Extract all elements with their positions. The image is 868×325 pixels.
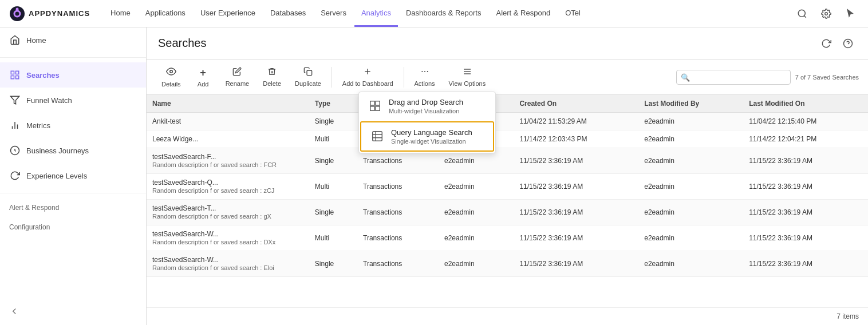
cell-modified-on: 11/15/22 3:36:19 AM: [743, 174, 868, 200]
searches-table: Name Type Data Source Created By Created…: [147, 95, 868, 277]
search-icon: 🔍: [681, 73, 690, 81]
drag-drop-icon: [367, 98, 383, 114]
table-row[interactable]: testSavedSearch-T...Random description f…: [147, 200, 868, 225]
sidebar-item-experience-levels[interactable]: Experience Levels: [0, 163, 146, 188]
table-row[interactable]: Ankit-test Single Transactions e2eadmin …: [147, 113, 868, 130]
metrics-icon: [9, 120, 21, 131]
table-header: Name Type Data Source Created By Created…: [147, 95, 868, 113]
sidebar-home-label: Home: [26, 36, 46, 45]
sidebar-item-searches[interactable]: Searches: [0, 62, 146, 88]
table-row[interactable]: testSavedSearch-Q...Random description f…: [147, 174, 868, 200]
svg-rect-6: [11, 71, 14, 74]
cell-type: Multi: [309, 174, 357, 200]
col-created-on: Created On: [514, 95, 638, 113]
rename-button[interactable]: Rename: [220, 65, 255, 89]
sidebar-divider-1: [0, 57, 146, 58]
drag-drop-search-option[interactable]: Drag and Drop Search Multi-widget Visual…: [359, 92, 495, 120]
searches-icon: [9, 69, 21, 81]
sidebar-alert-respond: Alert & Respond: [0, 198, 146, 217]
sidebar-metrics-label: Metrics: [26, 121, 50, 130]
svg-marker-10: [11, 96, 19, 104]
cell-modified-by: e2eadmin: [638, 148, 743, 174]
page-title: Searches: [158, 37, 207, 50]
toolbar-separator-2: [404, 67, 404, 88]
cell-created-by: e2eadmin: [439, 225, 514, 251]
settings-icon[interactable]: [818, 5, 835, 22]
nav-otel[interactable]: OTel: [558, 1, 587, 27]
sidebar-experience-label: Experience Levels: [26, 172, 87, 180]
cell-modified-by: e2eadmin: [638, 200, 743, 225]
nav-analytics[interactable]: Analytics: [354, 1, 398, 27]
home-icon: [9, 34, 21, 46]
cell-modified-by: e2eadmin: [638, 174, 743, 200]
actions-button[interactable]: Actions: [409, 65, 441, 89]
global-search-icon[interactable]: [794, 5, 811, 22]
table-row[interactable]: testSavedSearch-W...Random description f…: [147, 251, 868, 277]
query-search-icon: [369, 128, 385, 144]
cell-modified-by: e2eadmin: [638, 130, 743, 148]
help-icon[interactable]: [839, 35, 857, 52]
cell-modified-by: e2eadmin: [638, 251, 743, 277]
nav-applications[interactable]: Applications: [139, 1, 192, 27]
nav-dashboards[interactable]: Dashboards & Reports: [399, 1, 488, 27]
sidebar-configuration: Configuration: [0, 217, 146, 237]
nav-databases[interactable]: Databases: [263, 1, 313, 27]
cell-data-source: Transactions: [357, 200, 439, 225]
svg-point-2: [16, 7, 19, 10]
cell-name: testSavedSearch-W...Random description f…: [147, 251, 309, 277]
svg-rect-8: [11, 76, 14, 79]
toolbar-search-wrap: 🔍 7 of 7 Saved Searches: [676, 70, 859, 85]
svg-rect-28: [376, 101, 380, 105]
item-count: 7 items: [837, 312, 859, 320]
table-row[interactable]: testSavedSearch-F...Random description f…: [147, 148, 868, 174]
details-button[interactable]: Details: [156, 64, 187, 90]
query-text: Query Language Search Single-widget Visu…: [391, 128, 472, 145]
drag-drop-text: Drag and Drop Search Multi-widget Visual…: [389, 98, 463, 114]
experience-icon: [9, 170, 21, 181]
rename-icon: [232, 67, 242, 78]
view-options-button[interactable]: View Options: [443, 65, 492, 89]
drag-drop-title: Drag and Drop Search: [389, 98, 463, 106]
cell-type: Multi: [309, 225, 357, 251]
delete-button[interactable]: Delete: [257, 65, 287, 89]
rename-label: Rename: [226, 80, 250, 87]
logo: APPDYNAMICS: [9, 6, 90, 22]
nav-user-experience[interactable]: User Experience: [194, 1, 262, 27]
cell-modified-on: 11/15/22 3:36:19 AM: [743, 225, 868, 251]
sidebar-item-home[interactable]: Home: [0, 27, 146, 53]
cell-name: testSavedSearch-W...Random description f…: [147, 225, 309, 251]
cell-modified-by: e2eadmin: [638, 113, 743, 130]
svg-point-5: [825, 12, 828, 15]
refresh-icon[interactable]: [818, 35, 835, 52]
cell-created-on: 11/15/22 3:36:19 AM: [514, 225, 638, 251]
col-modified-by: Last Modified By: [638, 95, 743, 113]
sidebar-footer[interactable]: [0, 299, 146, 325]
table-body: Ankit-test Single Transactions e2eadmin …: [147, 113, 868, 277]
add-icon: +: [200, 67, 206, 79]
delete-icon: [267, 67, 277, 78]
view-options-icon: [463, 67, 472, 78]
table-search-input[interactable]: [676, 70, 791, 85]
cell-created-by: e2eadmin: [439, 174, 514, 200]
sidebar-item-business-journeys[interactable]: Business Journeys: [0, 138, 146, 163]
sidebar-item-funnel-watch[interactable]: Funnel Watch: [0, 88, 146, 113]
svg-point-21: [421, 71, 423, 72]
nav-servers[interactable]: Servers: [314, 1, 353, 27]
cell-created-on: 11/15/22 3:36:19 AM: [514, 251, 638, 277]
cell-name: testSavedSearch-Q...Random description f…: [147, 174, 309, 200]
sidebar-funnel-label: Funnel Watch: [26, 96, 72, 105]
cell-modified-by: e2eadmin: [638, 225, 743, 251]
nav-alert-respond[interactable]: Alert & Respond: [489, 1, 557, 27]
cell-name: testSavedSearch-T...Random description f…: [147, 200, 309, 225]
toolbar-separator-1: [332, 67, 332, 88]
add-to-dashboard-button[interactable]: Add to Dashboard: [337, 65, 399, 89]
table-row[interactable]: Leeza Widge... Multi Transactions e2eadm…: [147, 130, 868, 148]
table-row[interactable]: testSavedSearch-W...Random description f…: [147, 225, 868, 251]
duplicate-button[interactable]: Duplicate: [289, 65, 327, 89]
view-options-label: View Options: [449, 80, 486, 87]
nav-home[interactable]: Home: [104, 1, 137, 27]
query-language-search-option[interactable]: Query Language Search Single-widget Visu…: [360, 121, 494, 152]
sidebar-item-metrics[interactable]: Metrics: [0, 113, 146, 138]
delete-label: Delete: [263, 80, 281, 87]
add-button[interactable]: + Add: [189, 65, 218, 90]
